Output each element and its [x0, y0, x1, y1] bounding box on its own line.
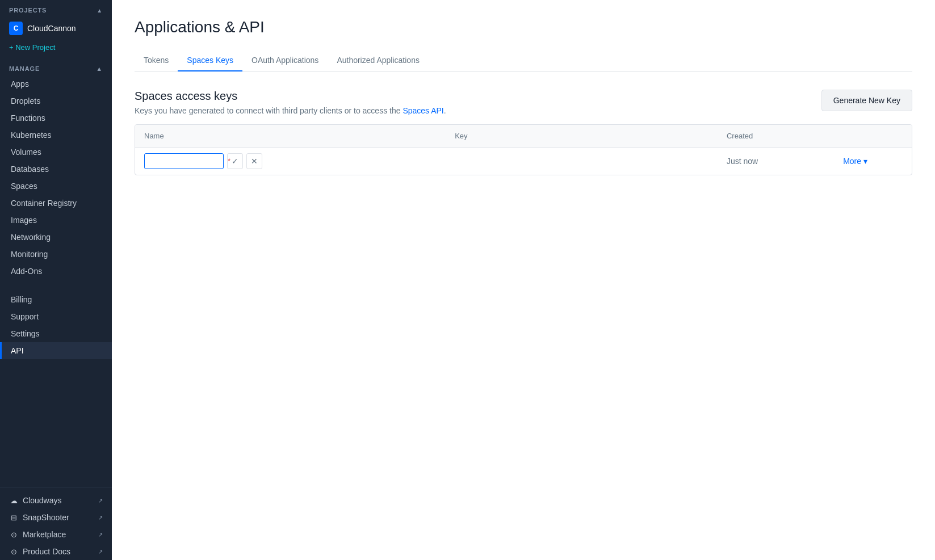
sidebar-item-databases[interactable]: Databases: [0, 161, 112, 178]
sidebar-item-snapshooter[interactable]: ⊟ SnapShooter ↗: [0, 509, 112, 526]
sidebar-item-droplets[interactable]: Droplets: [0, 92, 112, 110]
sidebar-item-functions[interactable]: Functions: [0, 110, 112, 127]
sidebar-item-apps[interactable]: Apps: [0, 75, 112, 92]
sidebar-item-billing[interactable]: Billing: [0, 291, 112, 308]
projects-chevron-icon: ▲: [97, 7, 103, 14]
column-header-key: Key: [446, 125, 718, 148]
page-content: Spaces access keys Keys you have generat…: [112, 71, 935, 193]
column-header-actions: [834, 125, 912, 148]
tab-tokens[interactable]: Tokens: [135, 50, 178, 71]
section-header: Spaces access keys Keys you have generat…: [135, 90, 912, 115]
sidebar-external-links: ☁ Cloudways ↗ ⊟ SnapShooter ↗ ⊙ Marketpl…: [0, 487, 112, 560]
sidebar-item-add-ons[interactable]: Add-Ons: [0, 263, 112, 280]
projects-section-header: PROJECTS ▲: [0, 0, 112, 18]
tab-authorized-applications[interactable]: Authorized Applications: [328, 50, 429, 71]
chevron-down-icon: ▾: [863, 157, 867, 166]
project-name: CloudCannon: [27, 24, 76, 33]
column-header-name: Name: [135, 125, 446, 148]
name-cell: * ✓ ✕: [135, 148, 446, 175]
spaces-api-link[interactable]: Spaces API: [402, 106, 443, 115]
manage-section-header: MANAGE ▲: [0, 60, 112, 75]
required-indicator: *: [228, 157, 230, 165]
section-info: Spaces access keys Keys you have generat…: [135, 90, 446, 115]
column-header-created: Created: [718, 125, 834, 148]
generate-new-key-button[interactable]: Generate New Key: [821, 90, 912, 111]
section-title: Spaces access keys: [135, 90, 446, 103]
new-project-button[interactable]: + New Project: [0, 41, 112, 60]
sidebar-item-spaces[interactable]: Spaces: [0, 178, 112, 195]
sidebar: PROJECTS ▲ C CloudCannon + New Project M…: [0, 0, 112, 560]
more-button[interactable]: More ▾: [843, 157, 867, 166]
sidebar-item-api[interactable]: API: [0, 342, 112, 359]
sidebar-item-kubernetes[interactable]: Kubernetes: [0, 127, 112, 144]
project-item[interactable]: C CloudCannon: [0, 18, 112, 41]
input-wrapper: *: [144, 153, 224, 169]
sidebar-item-networking[interactable]: Networking: [0, 229, 112, 246]
section-description: Keys you have generated to connect with …: [135, 106, 446, 115]
table-row: * ✓ ✕ Just now More ▾: [135, 148, 912, 175]
sidebar-item-container-registry[interactable]: Container Registry: [0, 195, 112, 212]
sidebar-item-monitoring[interactable]: Monitoring: [0, 246, 112, 263]
name-input[interactable]: [144, 153, 224, 169]
created-cell: Just now: [718, 148, 834, 175]
sidebar-item-support[interactable]: Support: [0, 308, 112, 325]
sidebar-item-cloudways[interactable]: ☁ Cloudways ↗: [0, 492, 112, 509]
external-link-icon: ↗: [98, 498, 103, 504]
tab-oauth-applications[interactable]: OAuth Applications: [242, 50, 328, 71]
manage-chevron-icon: ▲: [96, 65, 103, 72]
cloudways-icon: ☁: [9, 496, 18, 505]
sidebar-item-settings[interactable]: Settings: [0, 325, 112, 342]
sidebar-item-marketplace[interactable]: ⊙ Marketplace ↗: [0, 526, 112, 543]
actions-cell: More ▾: [834, 148, 912, 175]
cancel-button[interactable]: ✕: [246, 153, 262, 169]
sidebar-item-images[interactable]: Images: [0, 212, 112, 229]
table-header-row: Name Key Created: [135, 125, 912, 148]
spaces-keys-table: Name Key Created *: [135, 124, 912, 175]
external-link-icon: ↗: [98, 549, 103, 555]
key-cell: [446, 148, 718, 175]
page-header: Applications & API Tokens Spaces Keys OA…: [112, 0, 935, 71]
tab-spaces-keys[interactable]: Spaces Keys: [178, 50, 242, 71]
project-icon: C: [9, 22, 23, 35]
name-input-group: * ✓ ✕: [144, 153, 437, 169]
sidebar-item-product-docs[interactable]: ⊙ Product Docs ↗: [0, 543, 112, 560]
sidebar-item-volumes[interactable]: Volumes: [0, 144, 112, 161]
external-link-icon: ↗: [98, 515, 103, 521]
snapshooter-icon: ⊟: [9, 513, 18, 522]
external-link-icon: ↗: [98, 532, 103, 538]
tabs-bar: Tokens Spaces Keys OAuth Applications Au…: [135, 50, 912, 71]
marketplace-icon: ⊙: [9, 530, 18, 539]
main-content: Applications & API Tokens Spaces Keys OA…: [112, 0, 935, 560]
product-docs-icon: ⊙: [9, 547, 18, 556]
page-title: Applications & API: [135, 18, 912, 36]
